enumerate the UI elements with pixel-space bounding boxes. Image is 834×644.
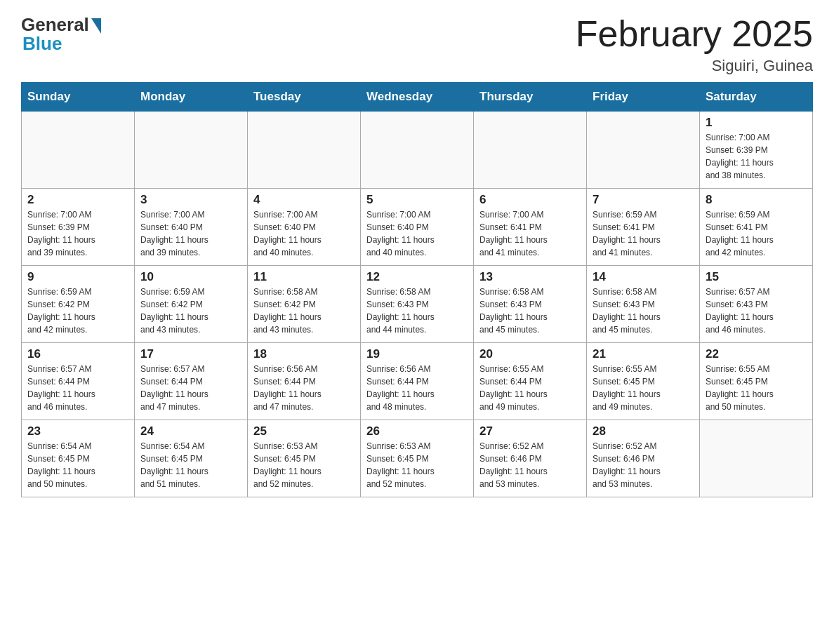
day-number: 18 (253, 347, 355, 361)
day-number: 21 (593, 347, 694, 361)
logo-triangle-icon (91, 18, 101, 34)
calendar-cell: 16Sunrise: 6:57 AM Sunset: 6:44 PM Dayli… (22, 343, 135, 420)
day-info: Sunrise: 6:52 AM Sunset: 6:46 PM Dayligh… (593, 440, 694, 490)
calendar-cell: 13Sunrise: 6:58 AM Sunset: 6:43 PM Dayli… (474, 266, 587, 343)
day-info: Sunrise: 6:55 AM Sunset: 6:45 PM Dayligh… (706, 363, 807, 413)
weekday-header-tuesday: Tuesday (248, 83, 361, 112)
calendar-cell: 1Sunrise: 7:00 AM Sunset: 6:39 PM Daylig… (700, 112, 813, 189)
calendar-cell (135, 112, 248, 189)
calendar-cell: 19Sunrise: 6:56 AM Sunset: 6:44 PM Dayli… (361, 343, 474, 420)
calendar-cell: 11Sunrise: 6:58 AM Sunset: 6:42 PM Dayli… (248, 266, 361, 343)
day-info: Sunrise: 6:54 AM Sunset: 6:45 PM Dayligh… (140, 440, 241, 490)
calendar-cell: 7Sunrise: 6:59 AM Sunset: 6:41 PM Daylig… (587, 189, 700, 266)
day-info: Sunrise: 6:59 AM Sunset: 6:41 PM Dayligh… (593, 208, 694, 259)
week-row-1: 1Sunrise: 7:00 AM Sunset: 6:39 PM Daylig… (22, 112, 813, 189)
logo: General Blue (21, 14, 101, 55)
calendar-cell: 9Sunrise: 6:59 AM Sunset: 6:42 PM Daylig… (22, 266, 135, 343)
page-header: General Blue February 2025 Siguiri, Guin… (21, 14, 813, 75)
weekday-header-saturday: Saturday (700, 83, 813, 112)
day-info: Sunrise: 7:00 AM Sunset: 6:40 PM Dayligh… (366, 208, 468, 259)
week-row-3: 9Sunrise: 6:59 AM Sunset: 6:42 PM Daylig… (22, 266, 813, 343)
calendar-cell: 21Sunrise: 6:55 AM Sunset: 6:45 PM Dayli… (587, 343, 700, 420)
calendar-cell: 4Sunrise: 7:00 AM Sunset: 6:40 PM Daylig… (248, 189, 361, 266)
day-number: 6 (479, 193, 581, 207)
weekday-header-sunday: Sunday (22, 83, 135, 112)
calendar-cell: 24Sunrise: 6:54 AM Sunset: 6:45 PM Dayli… (135, 420, 248, 497)
day-info: Sunrise: 6:58 AM Sunset: 6:43 PM Dayligh… (366, 286, 468, 336)
calendar-cell: 17Sunrise: 6:57 AM Sunset: 6:44 PM Dayli… (135, 343, 248, 420)
calendar-cell: 18Sunrise: 6:56 AM Sunset: 6:44 PM Dayli… (248, 343, 361, 420)
weekday-header-thursday: Thursday (474, 83, 587, 112)
weekday-header-monday: Monday (135, 83, 248, 112)
week-row-4: 16Sunrise: 6:57 AM Sunset: 6:44 PM Dayli… (22, 343, 813, 420)
calendar-cell (700, 420, 813, 497)
day-info: Sunrise: 6:57 AM Sunset: 6:44 PM Dayligh… (27, 363, 128, 413)
logo-blue-text: Blue (22, 33, 62, 55)
day-info: Sunrise: 6:58 AM Sunset: 6:43 PM Dayligh… (593, 286, 694, 336)
calendar-cell: 3Sunrise: 7:00 AM Sunset: 6:40 PM Daylig… (135, 189, 248, 266)
day-number: 14 (593, 270, 694, 284)
day-number: 17 (140, 347, 241, 361)
calendar-cell: 6Sunrise: 7:00 AM Sunset: 6:41 PM Daylig… (474, 189, 587, 266)
week-row-2: 2Sunrise: 7:00 AM Sunset: 6:39 PM Daylig… (22, 189, 813, 266)
day-number: 28 (593, 424, 694, 438)
calendar-cell: 12Sunrise: 6:58 AM Sunset: 6:43 PM Dayli… (361, 266, 474, 343)
day-number: 25 (253, 424, 355, 438)
day-number: 5 (366, 193, 468, 207)
calendar-cell (361, 112, 474, 189)
calendar-cell: 26Sunrise: 6:53 AM Sunset: 6:45 PM Dayli… (361, 420, 474, 497)
day-info: Sunrise: 7:00 AM Sunset: 6:39 PM Dayligh… (27, 208, 128, 259)
calendar-cell: 23Sunrise: 6:54 AM Sunset: 6:45 PM Dayli… (22, 420, 135, 497)
day-info: Sunrise: 6:58 AM Sunset: 6:42 PM Dayligh… (253, 286, 355, 336)
day-number: 1 (706, 116, 807, 130)
day-number: 20 (479, 347, 581, 361)
calendar-cell (22, 112, 135, 189)
day-number: 15 (706, 270, 807, 284)
calendar-cell: 20Sunrise: 6:55 AM Sunset: 6:44 PM Dayli… (474, 343, 587, 420)
day-number: 13 (479, 270, 581, 284)
day-number: 7 (593, 193, 694, 207)
calendar-cell (474, 112, 587, 189)
day-info: Sunrise: 6:59 AM Sunset: 6:42 PM Dayligh… (27, 286, 128, 336)
calendar-cell: 5Sunrise: 7:00 AM Sunset: 6:40 PM Daylig… (361, 189, 474, 266)
calendar-cell: 27Sunrise: 6:52 AM Sunset: 6:46 PM Dayli… (474, 420, 587, 497)
day-number: 26 (366, 424, 468, 438)
calendar-cell (587, 112, 700, 189)
weekday-header-friday: Friday (587, 83, 700, 112)
day-info: Sunrise: 7:00 AM Sunset: 6:41 PM Dayligh… (479, 208, 581, 259)
day-info: Sunrise: 6:53 AM Sunset: 6:45 PM Dayligh… (366, 440, 468, 490)
calendar-cell: 25Sunrise: 6:53 AM Sunset: 6:45 PM Dayli… (248, 420, 361, 497)
weekday-header-row: SundayMondayTuesdayWednesdayThursdayFrid… (22, 83, 813, 112)
day-number: 27 (479, 424, 581, 438)
day-number: 4 (253, 193, 355, 207)
calendar-cell: 8Sunrise: 6:59 AM Sunset: 6:41 PM Daylig… (700, 189, 813, 266)
day-info: Sunrise: 6:59 AM Sunset: 6:42 PM Dayligh… (140, 286, 241, 336)
day-info: Sunrise: 6:56 AM Sunset: 6:44 PM Dayligh… (366, 363, 468, 413)
calendar-cell: 15Sunrise: 6:57 AM Sunset: 6:43 PM Dayli… (700, 266, 813, 343)
day-number: 16 (27, 347, 128, 361)
calendar-cell: 2Sunrise: 7:00 AM Sunset: 6:39 PM Daylig… (22, 189, 135, 266)
day-info: Sunrise: 6:53 AM Sunset: 6:45 PM Dayligh… (253, 440, 355, 490)
calendar-cell (248, 112, 361, 189)
day-number: 11 (253, 270, 355, 284)
day-number: 24 (140, 424, 241, 438)
day-info: Sunrise: 6:54 AM Sunset: 6:45 PM Dayligh… (27, 440, 128, 490)
calendar-cell: 14Sunrise: 6:58 AM Sunset: 6:43 PM Dayli… (587, 266, 700, 343)
calendar-cell: 28Sunrise: 6:52 AM Sunset: 6:46 PM Dayli… (587, 420, 700, 497)
day-number: 10 (140, 270, 241, 284)
day-number: 9 (27, 270, 128, 284)
weekday-header-wednesday: Wednesday (361, 83, 474, 112)
day-number: 22 (706, 347, 807, 361)
day-info: Sunrise: 6:59 AM Sunset: 6:41 PM Dayligh… (706, 208, 807, 259)
day-info: Sunrise: 6:55 AM Sunset: 6:44 PM Dayligh… (479, 363, 581, 413)
day-number: 23 (27, 424, 128, 438)
day-number: 3 (140, 193, 241, 207)
location-subtitle: Siguiri, Guinea (576, 57, 813, 75)
day-info: Sunrise: 7:00 AM Sunset: 6:40 PM Dayligh… (253, 208, 355, 259)
calendar-table: SundayMondayTuesdayWednesdayThursdayFrid… (21, 82, 813, 497)
month-title: February 2025 (576, 14, 813, 54)
day-info: Sunrise: 6:56 AM Sunset: 6:44 PM Dayligh… (253, 363, 355, 413)
day-number: 2 (27, 193, 128, 207)
calendar-cell: 10Sunrise: 6:59 AM Sunset: 6:42 PM Dayli… (135, 266, 248, 343)
day-info: Sunrise: 6:58 AM Sunset: 6:43 PM Dayligh… (479, 286, 581, 336)
